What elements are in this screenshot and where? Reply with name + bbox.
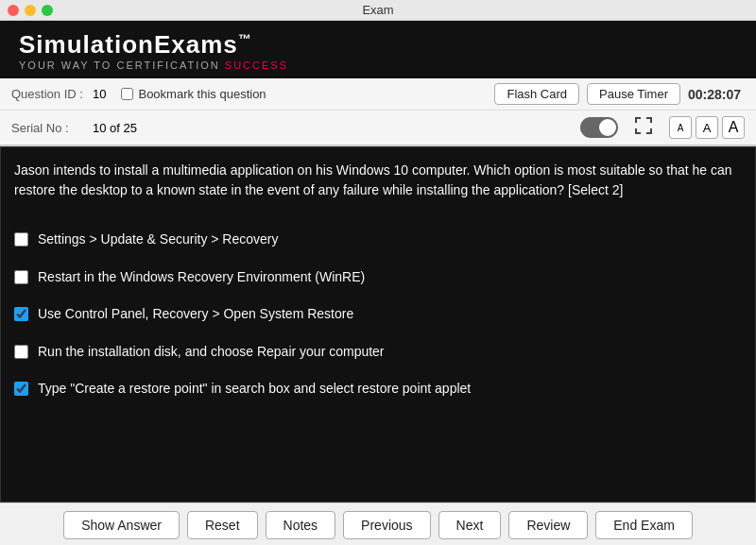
option-item-5: Type "Create a restore point" in search … [14, 370, 742, 408]
window-title: Exam [362, 3, 393, 17]
pause-timer-button[interactable]: Pause Timer [587, 83, 680, 105]
info-top-row: Question ID : 10 Bookmark this question … [0, 78, 756, 111]
maximize-button[interactable] [42, 5, 53, 16]
tagline-pre: YOUR WAY TO CERTIFICATION [19, 60, 225, 71]
option-label-2: Restart in the Windows Recovery Environm… [38, 268, 365, 287]
main-content: Jason intends to install a multimedia ap… [0, 146, 756, 502]
bookmark-checkbox[interactable] [121, 88, 133, 100]
next-button[interactable]: Next [438, 511, 502, 539]
toggle-switch[interactable] [580, 117, 618, 138]
option-label-1: Settings > Update & Security > Recovery [38, 230, 278, 249]
font-size-buttons[interactable]: A A A [669, 116, 745, 139]
option-checkbox-4[interactable] [14, 345, 28, 359]
option-checkbox-3[interactable] [14, 307, 28, 321]
option-checkbox-5[interactable] [14, 382, 28, 396]
font-small-button[interactable]: A [669, 116, 692, 139]
question-area: Jason intends to install a multimedia ap… [1, 147, 755, 213]
question-id-value: 10 [93, 87, 106, 101]
notes-button[interactable]: Notes [266, 511, 336, 539]
end-exam-button[interactable]: End Exam [595, 511, 693, 539]
option-label-5: Type "Create a restore point" in search … [38, 380, 471, 399]
option-item-3: Use Control Panel, Recovery > Open Syste… [14, 296, 742, 333]
tagline-highlight: SUCCESS [225, 60, 288, 71]
question-id-field: Question ID : 10 [11, 87, 106, 101]
option-label-4: Run the installation disk, and choose Re… [38, 343, 385, 362]
reset-button[interactable]: Reset [187, 511, 258, 539]
option-label-3: Use Control Panel, Recovery > Open Syste… [38, 305, 353, 324]
question-id-label: Question ID : [11, 87, 87, 101]
brand-text: SimulationExams [19, 30, 238, 59]
serial-no-label: Serial No : [11, 121, 87, 135]
timer-display: 00:28:07 [688, 87, 745, 102]
option-checkbox-1[interactable] [14, 232, 28, 247]
show-answer-button[interactable]: Show Answer [63, 511, 180, 539]
toggle-knob [599, 119, 616, 136]
option-item-2: Restart in the Windows Recovery Environm… [14, 259, 742, 297]
flash-card-button[interactable]: Flash Card [494, 83, 579, 105]
review-button[interactable]: Review [508, 511, 588, 539]
bottom-toolbar: Show Answer Reset Notes Previous Next Re… [0, 502, 756, 545]
brand-name: SimulationExams™ [19, 30, 737, 60]
close-button[interactable] [8, 5, 19, 16]
trademark-symbol: ™ [238, 31, 252, 46]
info-bar: Question ID : 10 Bookmark this question … [0, 78, 756, 146]
toolbar-right: Flash Card Pause Timer 00:28:07 [494, 83, 745, 105]
options-area: Settings > Update & Security > Recovery … [1, 213, 755, 421]
question-text: Jason intends to install a multimedia ap… [14, 161, 742, 200]
fullscreen-icon[interactable] [629, 115, 658, 140]
bookmark-area[interactable]: Bookmark this question [121, 87, 266, 101]
serial-no-value: 10 of 25 [93, 121, 137, 135]
previous-button[interactable]: Previous [343, 511, 430, 539]
font-medium-button[interactable]: A [696, 116, 718, 139]
option-checkbox-2[interactable] [14, 270, 28, 284]
option-item-4: Run the installation disk, and choose Re… [14, 333, 742, 371]
bookmark-label: Bookmark this question [138, 87, 266, 101]
minimize-button[interactable] [25, 5, 36, 16]
option-item-1: Settings > Update & Security > Recovery [14, 221, 742, 259]
info-bottom-row: Serial No : 10 of 25 A A A [0, 111, 756, 145]
serial-no-field: Serial No : 10 of 25 [11, 121, 137, 135]
window-controls[interactable] [8, 5, 53, 16]
title-bar: Exam [0, 0, 756, 21]
font-large-button[interactable]: A [722, 116, 745, 139]
tagline: YOUR WAY TO CERTIFICATION SUCCESS [19, 60, 737, 71]
app-header: SimulationExams™ YOUR WAY TO CERTIFICATI… [0, 21, 756, 78]
